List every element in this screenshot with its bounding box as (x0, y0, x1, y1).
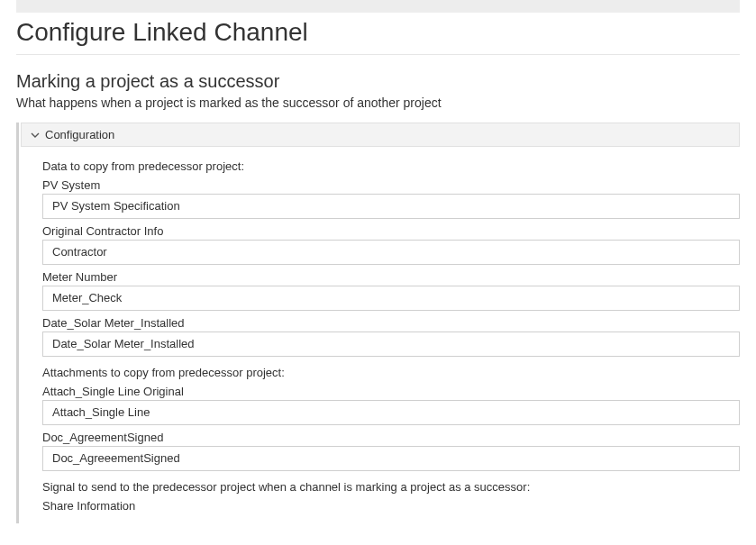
attachments-to-copy-label: Attachments to copy from predecessor pro… (42, 366, 740, 379)
field-input-date-solar-meter[interactable]: Date_Solar Meter_Installed (42, 332, 740, 357)
signal-to-send-label: Signal to send to the predecessor projec… (42, 480, 740, 494)
signal-value: Share Information (42, 499, 740, 513)
field-label-original-contractor: Original Contractor Info (42, 224, 740, 238)
page-divider (16, 54, 740, 55)
configuration-section: Configuration Data to copy from predeces… (16, 123, 740, 523)
field-label-attach-single-line: Attach_Single Line Original (42, 385, 740, 398)
field-label-doc-agreement: Doc_AgreementSigned (42, 431, 740, 444)
field-input-attach-single-line[interactable]: Attach_Single Line (42, 400, 740, 425)
subheading: Marking a project as a successor (16, 71, 740, 92)
field-input-pv-system[interactable]: PV System Specification (42, 194, 740, 219)
configuration-section-body: Data to copy from predecessor project: P… (21, 147, 740, 523)
field-label-meter-number: Meter Number (42, 270, 740, 284)
field-input-original-contractor[interactable]: Contractor (42, 240, 740, 265)
top-strip (16, 0, 740, 13)
page-title: Configure Linked Channel (16, 18, 740, 47)
field-label-pv-system: PV System (42, 178, 740, 192)
data-to-copy-label: Data to copy from predecessor project: (42, 159, 740, 173)
field-input-meter-number[interactable]: Meter_Check (42, 286, 740, 311)
field-input-doc-agreement[interactable]: Doc_AgreeementSigned (42, 446, 740, 471)
page-container: Configure Linked Channel Marking a proje… (0, 18, 756, 545)
configuration-section-title: Configuration (45, 128, 114, 141)
configuration-section-header[interactable]: Configuration (21, 123, 740, 147)
chevron-down-icon (31, 131, 40, 140)
field-label-date-solar-meter: Date_Solar Meter_Installed (42, 316, 740, 330)
subdesc: What happens when a project is marked as… (16, 95, 740, 110)
